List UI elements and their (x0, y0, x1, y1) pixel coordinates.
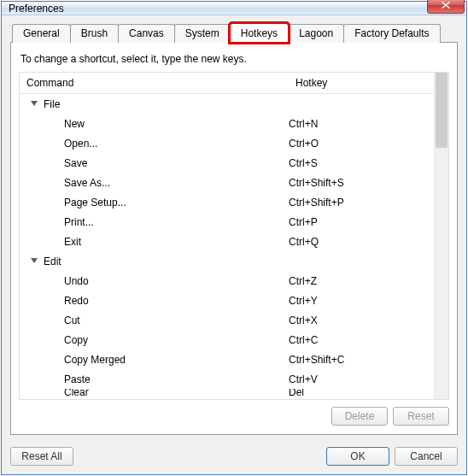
hotkey-label: Ctrl+V (289, 373, 434, 385)
command-label: Cut (64, 314, 80, 326)
command-label: Exit (64, 236, 81, 248)
command-label: Undo (64, 275, 89, 287)
command-label: Edit (44, 256, 61, 267)
list-item[interactable]: Save As...Ctrl+Shift+S (20, 173, 434, 192)
reset-button[interactable]: Reset (393, 407, 449, 426)
list-item[interactable]: SaveCtrl+S (20, 153, 434, 173)
command-label: Print... (64, 216, 94, 228)
hotkey-label: Ctrl+N (289, 118, 434, 130)
tree-group[interactable]: File (20, 94, 434, 114)
hotkey-label: Ctrl+O (289, 138, 434, 150)
tab-system[interactable]: System (174, 24, 231, 43)
tab-factory-defaults[interactable]: Factory Defaults (343, 24, 440, 43)
command-label: Save As... (64, 177, 110, 189)
close-button[interactable] (427, 0, 465, 14)
command-label: Open... (64, 138, 97, 150)
hotkey-label: Ctrl+Shift+C (289, 354, 434, 366)
command-label: Copy (64, 334, 88, 346)
hotkey-label: Ctrl+Shift+S (289, 177, 434, 189)
hotkey-label: Ctrl+C (289, 334, 434, 346)
list-item[interactable]: UndoCtrl+Z (20, 271, 434, 291)
cancel-button[interactable]: Cancel (395, 447, 458, 466)
list-header: Command Hotkey (20, 73, 434, 94)
list-item[interactable]: NewCtrl+N (20, 114, 434, 133)
list-item[interactable]: ExitCtrl+Q (20, 232, 434, 251)
list-item[interactable]: RedoCtrl+Y (20, 291, 434, 310)
list-item[interactable]: CutCtrl+X (20, 310, 434, 330)
hotkey-label: Ctrl+X (289, 314, 434, 326)
list-item[interactable]: CopyCtrl+C (20, 330, 434, 350)
window-title: Preferences (9, 3, 427, 15)
hotkey-label: Ctrl+S (289, 157, 434, 169)
tab-bar: GeneralBrushCanvasSystemHotkeysLagoonFac… (12, 24, 458, 43)
expand-toggle-icon[interactable] (30, 257, 38, 266)
hotkey-list-inner: Command Hotkey FileNewCtrl+NOpen...Ctrl+… (20, 73, 434, 399)
tab-panel-hotkeys: To change a shortcut, select it, type th… (10, 42, 458, 435)
preferences-window: Preferences GeneralBrushCanvasSystemHotk… (1, 1, 467, 475)
close-icon (442, 0, 450, 11)
vertical-scrollbar[interactable] (434, 73, 448, 399)
content-area: GeneralBrushCanvasSystemHotkeysLagoonFac… (2, 15, 466, 442)
list-item[interactable]: Page Setup...Ctrl+Shift+P (20, 192, 434, 212)
tree-group[interactable]: Edit (20, 251, 434, 271)
hotkey-list: Command Hotkey FileNewCtrl+NOpen...Ctrl+… (19, 72, 449, 400)
titlebar: Preferences (2, 2, 466, 15)
tab-lagoon[interactable]: Lagoon (288, 24, 344, 43)
hotkey-label: Ctrl+Q (289, 236, 434, 248)
list-item[interactable]: Copy MergedCtrl+Shift+C (20, 350, 434, 369)
reset-all-button[interactable]: Reset All (10, 447, 73, 466)
instruction-text: To change a shortcut, select it, type th… (20, 53, 449, 65)
command-label: Copy Merged (64, 354, 126, 366)
scrollbar-thumb[interactable] (436, 73, 448, 148)
command-label: Save (64, 157, 87, 169)
column-header-command[interactable]: Command (20, 73, 289, 93)
tab-canvas[interactable]: Canvas (118, 24, 175, 43)
hotkey-label: Ctrl+P (289, 216, 434, 228)
command-label: New (64, 118, 85, 130)
list-item[interactable]: Print...Ctrl+P (20, 212, 434, 232)
list-item[interactable]: Open...Ctrl+O (20, 133, 434, 153)
dialog-footer: Reset All OK Cancel (2, 442, 466, 474)
column-header-hotkey[interactable]: Hotkey (289, 73, 434, 93)
tab-hotkeys[interactable]: Hotkeys (230, 23, 289, 43)
hotkey-label: Del (289, 389, 434, 398)
expand-toggle-icon[interactable] (30, 100, 38, 109)
delete-button[interactable]: Delete (331, 407, 388, 426)
command-label: File (44, 98, 60, 110)
command-label: Page Setup... (64, 197, 126, 209)
ok-button[interactable]: OK (326, 447, 389, 466)
command-label: Clear (64, 389, 89, 398)
hotkey-label: Ctrl+Shift+P (289, 197, 434, 209)
command-label: Paste (64, 373, 91, 385)
list-actions: Delete Reset (19, 407, 449, 426)
list-item[interactable]: ClearDel (20, 389, 434, 399)
hotkey-label: Ctrl+Z (289, 275, 434, 287)
list-item[interactable]: PasteCtrl+V (20, 369, 434, 389)
tab-brush[interactable]: Brush (70, 24, 119, 43)
list-body: FileNewCtrl+NOpen...Ctrl+OSaveCtrl+SSave… (20, 94, 434, 399)
command-label: Redo (64, 295, 89, 307)
hotkey-label: Ctrl+Y (289, 295, 434, 307)
tab-general[interactable]: General (12, 24, 71, 43)
